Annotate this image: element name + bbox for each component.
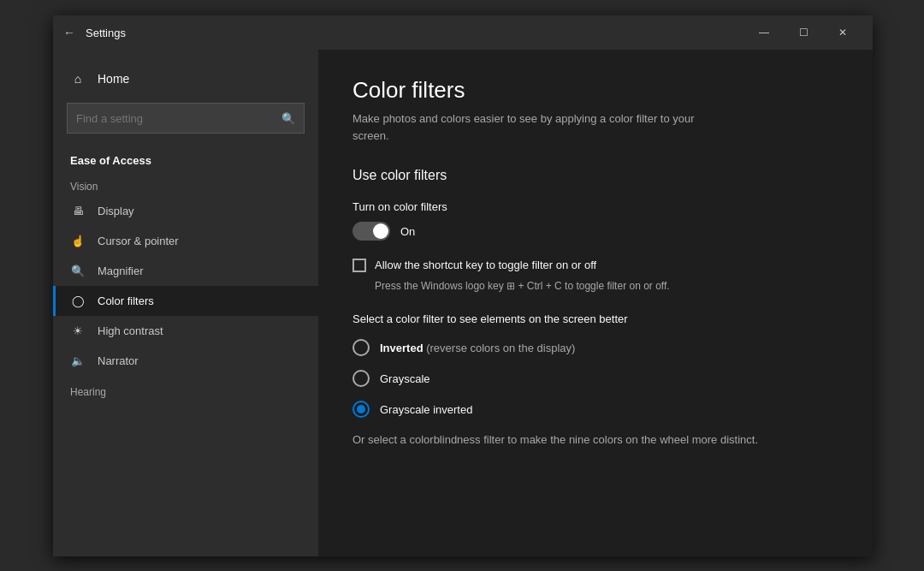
sidebar-item-high-contrast[interactable]: ☀ High contrast bbox=[53, 316, 318, 346]
shortcut-checkbox-row: Allow the shortcut key to toggle filter … bbox=[352, 258, 838, 273]
radio-grayscale-inverted[interactable] bbox=[352, 401, 370, 418]
filter-select-label: Select a color filter to see elements on… bbox=[352, 312, 838, 325]
radio-grayscale[interactable] bbox=[352, 370, 370, 387]
sidebar-section-label: Ease of Access bbox=[53, 147, 318, 170]
search-box[interactable]: 🔍 bbox=[67, 103, 305, 134]
toggle-knob bbox=[373, 223, 388, 239]
radio-grayscale-inverted-label: Grayscale inverted bbox=[380, 403, 472, 416]
sidebar: ⌂ Home 🔍 Ease of Access Vision 🖶 Display… bbox=[53, 50, 318, 556]
section-title: Use color filters bbox=[352, 168, 838, 183]
radio-grayscale-label: Grayscale bbox=[380, 372, 430, 385]
content-area: ⌂ Home 🔍 Ease of Access Vision 🖶 Display… bbox=[53, 50, 873, 556]
shortcut-hint: Press the Windows logo key ⊞ + Ctrl + C … bbox=[375, 280, 838, 292]
radio-inverted-label: Inverted (reverse colors on the display) bbox=[380, 342, 575, 354]
color-filter-toggle[interactable] bbox=[352, 222, 390, 241]
sidebar-item-display[interactable]: 🖶 Display bbox=[53, 196, 318, 226]
colorblind-hint: Or select a colorblindness filter to mak… bbox=[352, 431, 838, 449]
radio-row-grayscale[interactable]: Grayscale bbox=[352, 370, 838, 387]
high-contrast-icon: ☀ bbox=[70, 324, 86, 337]
back-button[interactable]: ← bbox=[63, 26, 75, 39]
sidebar-item-cursor-pointer[interactable]: ☝ Cursor & pointer bbox=[53, 226, 318, 256]
minimize-button[interactable]: — bbox=[744, 15, 784, 50]
main-panel: Color filters Make photos and colors eas… bbox=[318, 50, 873, 556]
sidebar-item-magnifier[interactable]: 🔍 Magnifier bbox=[53, 256, 318, 286]
turn-on-label: Turn on color filters bbox=[352, 200, 838, 213]
home-icon: ⌂ bbox=[70, 72, 86, 86]
magnifier-label: Magnifier bbox=[98, 265, 143, 277]
magnifier-icon: 🔍 bbox=[70, 265, 86, 277]
sidebar-item-home[interactable]: ⌂ Home bbox=[53, 63, 318, 94]
search-icon: 🔍 bbox=[281, 112, 295, 125]
home-label: Home bbox=[98, 72, 129, 86]
radio-inverted[interactable] bbox=[352, 339, 370, 356]
color-filters-label: Color filters bbox=[98, 294, 154, 307]
toggle-row: On bbox=[352, 222, 838, 241]
settings-window: ← Settings — ☐ ✕ ⌂ Home 🔍 Ease of Access… bbox=[53, 15, 873, 556]
hearing-category-label: Hearing bbox=[53, 376, 318, 401]
radio-row-inverted[interactable]: Inverted (reverse colors on the display) bbox=[352, 339, 838, 356]
cursor-pointer-label: Cursor & pointer bbox=[98, 235, 179, 247]
display-icon: 🖶 bbox=[70, 205, 86, 217]
window-controls: — ☐ ✕ bbox=[744, 15, 862, 50]
window-title: Settings bbox=[86, 27, 744, 39]
shortcut-label: Allow the shortcut key to toggle filter … bbox=[375, 258, 596, 273]
narrator-icon: 🔈 bbox=[70, 354, 86, 367]
high-contrast-label: High contrast bbox=[98, 324, 163, 337]
narrator-label: Narrator bbox=[98, 354, 139, 367]
sidebar-item-narrator[interactable]: 🔈 Narrator bbox=[53, 346, 318, 376]
shortcut-checkbox[interactable] bbox=[352, 259, 366, 272]
page-title: Color filters bbox=[352, 77, 838, 104]
title-bar: ← Settings — ☐ ✕ bbox=[53, 15, 873, 50]
cursor-icon: ☝ bbox=[70, 235, 86, 247]
maximize-button[interactable]: ☐ bbox=[784, 15, 823, 50]
color-filters-icon: ◯ bbox=[70, 294, 86, 307]
sidebar-item-color-filters[interactable]: ◯ Color filters bbox=[53, 286, 318, 316]
close-button[interactable]: ✕ bbox=[823, 15, 862, 50]
search-input[interactable] bbox=[76, 112, 281, 125]
vision-category-label: Vision bbox=[53, 170, 318, 196]
radio-row-grayscale-inverted[interactable]: Grayscale inverted bbox=[352, 401, 838, 418]
page-subtitle: Make photos and colors easier to see by … bbox=[352, 110, 712, 144]
toggle-state-label: On bbox=[400, 225, 415, 238]
radio-selected-indicator bbox=[357, 405, 365, 413]
display-label: Display bbox=[98, 205, 134, 217]
